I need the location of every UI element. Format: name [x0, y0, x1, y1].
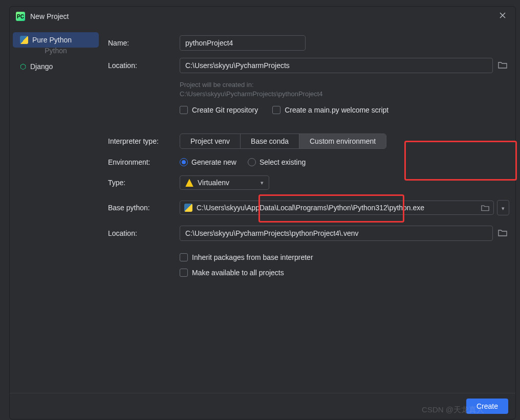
name-input[interactable]: [180, 35, 306, 51]
radio-label: Select existing: [259, 158, 306, 166]
python-icon: [20, 36, 28, 44]
inherit-packages-checkbox[interactable]: Inherit packages from base interpreter: [180, 253, 509, 261]
location-input[interactable]: [180, 58, 493, 73]
django-icon: ⬡: [20, 62, 26, 71]
chevron-down-icon: ▾: [261, 180, 264, 186]
base-python-field[interactable]: C:\Users\skyyu\AppData\Local\Programs\Py…: [180, 201, 494, 215]
checkbox-box: [180, 106, 188, 114]
base-python-label: Base python:: [108, 204, 180, 212]
type-dropdown[interactable]: Virtualenv ▾: [180, 175, 269, 190]
folder-icon: [498, 61, 507, 69]
create-button[interactable]: Create: [466, 399, 508, 414]
type-label: Type:: [108, 179, 180, 187]
radio-label: Generate new: [191, 158, 236, 166]
folder-icon: [481, 204, 489, 211]
sidebar: Pure Python Python ⬡ Django: [10, 26, 102, 393]
radio-circle: [180, 158, 188, 166]
location-label: Location:: [108, 61, 180, 70]
checkbox-label: Create Git repository: [192, 106, 258, 114]
radio-circle: [248, 158, 256, 166]
environment-label: Environment:: [108, 158, 180, 166]
checkbox-box: [180, 269, 188, 277]
virtualenv-icon: [185, 179, 193, 187]
close-icon: [499, 12, 506, 19]
sidebar-item-pure-python[interactable]: Pure Python: [13, 32, 99, 48]
sidebar-item-label: Pure Python: [32, 36, 72, 44]
name-label: Name:: [108, 39, 180, 47]
folder-icon: [498, 229, 507, 236]
dropdown-value: Virtualenv: [198, 179, 229, 187]
base-python-path: C:\Users\skyyu\AppData\Local\Programs\Py…: [197, 204, 477, 212]
chevron-down-icon: ▾: [502, 205, 505, 211]
project-path-hint: Project will be created in: C:\Users\sky…: [180, 80, 509, 99]
main-panel: Name: Location: Project will be created …: [102, 26, 515, 393]
make-available-checkbox[interactable]: Make available to all projects: [180, 269, 509, 277]
welcome-script-checkbox[interactable]: Create a main.py welcome script: [272, 106, 388, 114]
git-checkbox[interactable]: Create Git repository: [180, 106, 258, 114]
new-project-dialog: PC New Project Pure Python Python ⬡ Djan…: [9, 6, 516, 419]
sidebar-item-label: Django: [30, 62, 53, 71]
sidebar-ghost-label: Python: [10, 47, 102, 55]
base-python-dropdown-button[interactable]: ▾: [497, 200, 509, 215]
titlebar: PC New Project: [10, 7, 515, 26]
dialog-footer: Create: [10, 393, 515, 419]
radio-select-existing[interactable]: Select existing: [248, 158, 306, 166]
venv-location-input[interactable]: [180, 226, 493, 241]
browse-venv-location-button[interactable]: [496, 227, 509, 240]
sidebar-item-django[interactable]: ⬡ Django: [13, 59, 99, 74]
checkbox-box: [272, 106, 280, 114]
checkbox-label: Inherit packages from base interpreter: [192, 253, 313, 261]
seg-base-conda[interactable]: Base conda: [241, 134, 299, 148]
pycharm-icon: PC: [16, 12, 25, 21]
window-title: New Project: [30, 12, 69, 20]
interpreter-type-segmented: Project venv Base conda Custom environme…: [180, 134, 386, 149]
close-button[interactable]: [496, 11, 509, 22]
browse-location-button[interactable]: [496, 59, 509, 72]
seg-custom-environment[interactable]: Custom environment: [299, 134, 386, 148]
checkbox-label: Create a main.py welcome script: [285, 106, 388, 114]
interpreter-type-label: Interpreter type:: [108, 137, 180, 145]
venv-location-label: Location:: [108, 229, 180, 237]
seg-project-venv[interactable]: Project venv: [180, 134, 241, 148]
checkbox-box: [180, 253, 188, 261]
radio-generate-new[interactable]: Generate new: [180, 158, 236, 166]
python-icon: [184, 204, 192, 212]
checkbox-label: Make available to all projects: [192, 269, 284, 277]
